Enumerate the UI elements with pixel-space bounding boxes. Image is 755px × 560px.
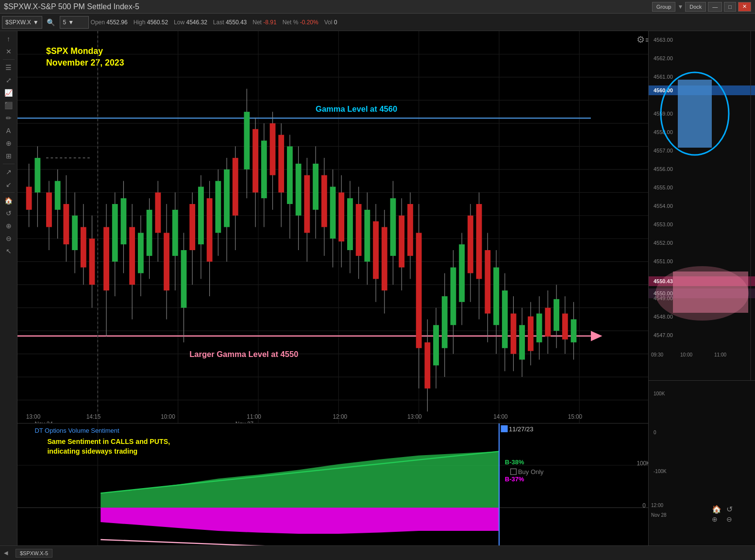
right-scale-svg: 4563.00 4562.00 4561.00 4560.00 4559.00 … (649, 31, 755, 380)
svg-rect-181 (501, 425, 508, 432)
svg-rect-69 (198, 187, 204, 244)
tool-cross[interactable]: ✕ (2, 46, 16, 57)
tool-pencil[interactable]: ✏ (2, 112, 16, 124)
svg-rect-121 (424, 342, 430, 389)
svg-text:15:00: 15:00 (568, 413, 583, 420)
svg-rect-63 (172, 210, 178, 256)
svg-rect-117 (407, 204, 413, 256)
svg-rect-228 (673, 272, 748, 313)
tool-crosshair[interactable]: ⊕ (2, 137, 16, 149)
svg-rect-65 (181, 250, 187, 308)
svg-text:⚙: ⚙ (637, 34, 645, 45)
svg-rect-129 (459, 244, 465, 302)
tool-select[interactable]: ↖ (2, 245, 16, 257)
svg-rect-131 (468, 216, 473, 273)
svg-rect-71 (207, 198, 213, 262)
low-value: 4546.32 (186, 19, 207, 26)
svg-rect-67 (189, 204, 195, 250)
svg-text:4552.00: 4552.00 (654, 240, 673, 246)
svg-text:Larger Gamma Level at 4550: Larger Gamma Level at 4550 (189, 349, 298, 358)
tool-zoom-in[interactable]: ⊕ (2, 220, 16, 232)
svg-text:Nov 24: Nov 24 (34, 421, 53, 423)
svg-text:100K: 100K (637, 460, 648, 467)
svg-text:$SPX Monday: $SPX Monday (46, 46, 103, 56)
svg-rect-101 (338, 192, 344, 241)
svg-rect-139 (502, 290, 508, 348)
svg-text:4547.00: 4547.00 (654, 332, 673, 338)
open-value: 4552.96 (106, 19, 127, 26)
svg-rect-123 (433, 325, 439, 365)
chart-container: Gamma Level at 4560 Larger Gamma Level a… (17, 31, 648, 545)
net-label: Net (252, 19, 262, 26)
tool-zoom-out[interactable]: ⊖ (2, 233, 16, 244)
svg-rect-89 (287, 146, 293, 204)
svg-text:B-38%: B-38% (505, 458, 524, 466)
title-bar: $SPXW.X-S&P 500 PM Settled Index-5 Group… (0, 0, 755, 14)
toolbar: $SPXW.X ▼ 🔍 5 ▼ Open 4552.96 High 4560.5… (0, 14, 755, 31)
svg-text:13:00: 13:00 (26, 413, 41, 420)
last-label: Last (213, 19, 224, 26)
svg-rect-45 (89, 238, 95, 285)
dock-button[interactable]: Dock (685, 2, 706, 12)
title-controls: Group ▼ Dock — □ ✕ (652, 2, 751, 12)
price-chart[interactable]: Gamma Level at 4560 Larger Gamma Level a… (17, 31, 648, 424)
svg-rect-147 (537, 314, 542, 342)
high-value: 4560.52 (147, 19, 168, 26)
svg-text:12:00: 12:00 (333, 413, 348, 420)
svg-rect-95 (313, 164, 319, 210)
symbol-value: $SPXW.X (5, 19, 31, 26)
sentiment-chart-svg: 11/27/23 B-38% Buy Only B-37% Same Senti… (17, 424, 648, 545)
svg-text:Buy Only: Buy Only (518, 468, 544, 475)
tool-rect[interactable]: ⬛ (2, 100, 16, 111)
svg-rect-133 (476, 204, 482, 279)
svg-text:0: 0 (642, 502, 646, 509)
svg-text:100K: 100K (654, 391, 665, 396)
tool-arrow[interactable]: ↑ (2, 33, 16, 45)
svg-text:-100K: -100K (654, 469, 667, 474)
svg-rect-49 (112, 204, 118, 262)
svg-rect-83 (261, 140, 267, 198)
maximize-button[interactable]: □ (724, 2, 736, 12)
svg-rect-73 (215, 181, 221, 233)
svg-text:11:00: 11:00 (247, 413, 261, 420)
svg-text:⊖: ⊖ (726, 515, 732, 523)
tool-separator-1 (3, 59, 15, 60)
tool-home[interactable]: 🏠 (2, 195, 16, 206)
svg-text:12:00: 12:00 (651, 503, 663, 508)
close-button[interactable]: ✕ (738, 2, 751, 12)
svg-rect-145 (528, 316, 534, 351)
tool-diagonal-up[interactable]: ↗ (2, 166, 16, 178)
svg-rect-219 (678, 80, 712, 148)
tool-expand[interactable]: ⤢ (2, 74, 16, 86)
svg-rect-91 (296, 164, 302, 216)
tool-diagonal-down[interactable]: ↙ (2, 179, 16, 190)
svg-text:↺: ↺ (726, 505, 733, 513)
last-value: 4550.43 (226, 19, 247, 26)
svg-rect-105 (356, 204, 362, 256)
right-lower-svg: 100K 0 -100K 12:00 Nov 28 🏠 ↺ ⊕ ⊖ (649, 381, 755, 545)
svg-rect-30 (26, 187, 32, 209)
tool-grid[interactable]: ⊞ (2, 150, 16, 162)
svg-rect-141 (511, 314, 517, 354)
svg-rect-107 (364, 210, 370, 262)
svg-rect-57 (147, 210, 152, 256)
svg-text:11:00: 11:00 (714, 352, 726, 357)
svg-text:11/27/23: 11/27/23 (509, 425, 534, 432)
tool-bars[interactable]: ☰ (2, 62, 16, 73)
svg-text:Nov 27: Nov 27 (235, 421, 253, 423)
svg-rect-233 (649, 381, 755, 545)
group-button[interactable]: Group (652, 2, 676, 12)
interval-selector[interactable]: 5 ▼ (60, 16, 89, 29)
search-button[interactable]: 🔍 (44, 17, 58, 28)
svg-text:09:30: 09:30 (651, 352, 663, 357)
svg-text:4553.00: 4553.00 (654, 221, 673, 227)
minimize-button[interactable]: — (708, 2, 722, 12)
svg-text:⊕: ⊕ (712, 515, 718, 523)
svg-rect-37 (55, 181, 61, 210)
tool-line[interactable]: 📈 (2, 87, 16, 99)
symbol-selector[interactable]: $SPXW.X ▼ (2, 16, 42, 29)
right-panel-lower: 100K 0 -100K 12:00 Nov 28 🏠 ↺ ⊕ ⊖ (649, 381, 755, 545)
symbol-dropdown-icon: ▼ (33, 19, 39, 26)
tool-text[interactable]: A (2, 125, 16, 136)
tool-undo[interactable]: ↺ (2, 207, 16, 219)
